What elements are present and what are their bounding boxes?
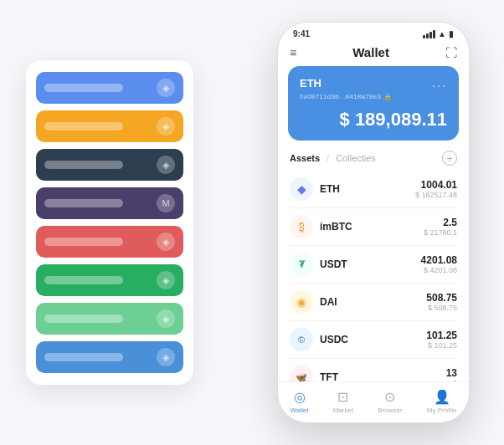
nav-browser[interactable]: ⊙ Browser xyxy=(378,389,402,414)
asset-amount: 13 xyxy=(446,367,457,379)
add-asset-button[interactable]: + xyxy=(442,151,457,166)
eth-card-name: ETH xyxy=(300,77,321,90)
market-nav-label: Market xyxy=(333,407,353,414)
profile-nav-label: My Profile xyxy=(427,407,457,414)
battery-icon: ▮ xyxy=(449,29,454,38)
eth-card-header: ETH ... xyxy=(300,76,447,90)
asset-left: © USDC xyxy=(290,328,348,351)
card-label xyxy=(44,199,123,207)
eth-card-dots[interactable]: ... xyxy=(432,76,447,90)
card-item[interactable]: ◈ xyxy=(36,72,183,104)
scene: ◈ ◈ ◈ M ◈ ◈ ◈ ◈ xyxy=(9,9,495,436)
eth-card-address: 0x08711d3b...8418a78e3 🔒 xyxy=(300,93,447,100)
assets-tabs: Assets / Collecties xyxy=(290,153,376,163)
card-icon: ◈ xyxy=(157,271,175,289)
card-icon: M xyxy=(157,194,175,212)
card-item[interactable]: M xyxy=(36,187,183,219)
asset-item-dai[interactable]: ◉ DAI 508.75 $ 508.75 xyxy=(290,284,457,321)
market-nav-icon: ⊡ xyxy=(337,389,348,405)
card-label xyxy=(44,161,123,169)
nav-wallet[interactable]: ◎ Wallet xyxy=(291,389,309,414)
asset-name: USDT xyxy=(320,258,347,270)
asset-right: 2.5 $ 21760.1 xyxy=(424,217,457,237)
card-item[interactable]: ◈ xyxy=(36,303,183,335)
card-label xyxy=(44,238,123,246)
dai-icon: ◉ xyxy=(290,290,313,314)
card-item[interactable]: ◈ xyxy=(36,341,183,373)
asset-amount: 1004.01 xyxy=(415,179,457,191)
eth-card[interactable]: ETH ... 0x08711d3b...8418a78e3 🔒 $ 189,0… xyxy=(288,66,459,141)
asset-item-eth[interactable]: ◆ ETH 1004.01 $ 162517.48 xyxy=(290,171,457,208)
tab-collectibles[interactable]: Collecties xyxy=(336,153,376,163)
asset-item-tft[interactable]: 🦋 TFT 13 0 xyxy=(290,359,457,381)
card-label xyxy=(44,122,123,130)
asset-amount: 2.5 xyxy=(424,217,457,228)
menu-icon[interactable]: ≡ xyxy=(290,46,296,59)
wallet-nav-icon: ◎ xyxy=(294,389,306,405)
eth-icon: ◆ xyxy=(290,177,313,201)
scan-icon[interactable]: ⛶ xyxy=(445,46,457,59)
asset-usd: $ 162517.48 xyxy=(415,191,457,199)
status-icons: ▲ ▮ xyxy=(423,29,454,38)
asset-name: imBTC xyxy=(320,221,352,233)
card-icon: ◈ xyxy=(157,156,175,174)
card-icon: ◈ xyxy=(157,117,175,136)
card-item[interactable]: ◈ xyxy=(36,149,183,181)
card-label xyxy=(44,353,123,361)
asset-right: 13 0 xyxy=(446,367,457,381)
asset-amount: 508.75 xyxy=(426,292,457,304)
browser-nav-label: Browser xyxy=(378,407,402,414)
card-icon: ◈ xyxy=(157,309,175,328)
asset-right: 101.25 $ 101.25 xyxy=(426,330,457,350)
card-label xyxy=(44,276,123,284)
profile-nav-icon: 👤 xyxy=(434,389,450,405)
nav-market[interactable]: ⊡ Market xyxy=(333,389,353,414)
card-label xyxy=(44,84,123,92)
asset-name: TFT xyxy=(320,371,338,381)
asset-right: 508.75 $ 508.75 xyxy=(426,292,457,312)
imbtc-icon: ₿ xyxy=(290,215,313,238)
wallet-nav-label: Wallet xyxy=(291,407,309,414)
card-icon: ◈ xyxy=(157,233,175,251)
wifi-icon: ▲ xyxy=(438,29,446,38)
signal-icon xyxy=(423,30,435,38)
tab-assets[interactable]: Assets xyxy=(290,153,320,163)
asset-left: 🦋 TFT xyxy=(290,366,338,381)
page-title: Wallet xyxy=(352,45,389,59)
status-time: 9:41 xyxy=(293,29,310,38)
asset-amount: 4201.08 xyxy=(421,254,457,266)
asset-usd: $ 508.75 xyxy=(426,304,457,312)
card-item[interactable]: ◈ xyxy=(36,226,183,258)
eth-card-balance: $ 189,089.11 xyxy=(300,109,447,130)
usdc-icon: © xyxy=(290,328,313,351)
card-item[interactable]: ◈ xyxy=(36,110,183,142)
phone: 9:41 ▲ ▮ ≡ Wallet ⛶ ETH ... xyxy=(277,22,470,423)
card-icon: ◈ xyxy=(157,79,175,97)
status-bar: 9:41 ▲ ▮ xyxy=(278,23,469,42)
card-item[interactable]: ◈ xyxy=(36,264,183,296)
usdt-icon: ₮ xyxy=(290,253,313,276)
tab-divider: / xyxy=(327,153,329,163)
nav-profile[interactable]: 👤 My Profile xyxy=(427,389,457,414)
asset-right: 1004.01 $ 162517.48 xyxy=(415,179,457,199)
asset-item-usdt[interactable]: ₮ USDT 4201.08 $ 4201.08 xyxy=(290,246,457,284)
tft-icon: 🦋 xyxy=(290,366,313,381)
asset-usd: $ 101.25 xyxy=(426,341,457,350)
asset-name: ETH xyxy=(320,183,340,195)
asset-item-usdc[interactable]: © USDC 101.25 $ 101.25 xyxy=(290,321,457,359)
asset-usd: $ 21760.1 xyxy=(424,228,457,237)
asset-left: ₿ imBTC xyxy=(290,215,352,238)
assets-header: Assets / Collecties + xyxy=(278,147,469,171)
asset-list: ◆ ETH 1004.01 $ 162517.48 ₿ imBTC 2.5 $ … xyxy=(278,171,469,381)
asset-name: DAI xyxy=(320,296,337,308)
asset-amount: 101.25 xyxy=(426,330,457,341)
asset-left: ◆ ETH xyxy=(290,177,340,201)
card-panel: ◈ ◈ ◈ M ◈ ◈ ◈ ◈ xyxy=(26,60,193,385)
bottom-nav: ◎ Wallet ⊡ Market ⊙ Browser 👤 My Profile xyxy=(278,381,469,422)
asset-item-imbtc[interactable]: ₿ imBTC 2.5 $ 21760.1 xyxy=(290,208,457,246)
card-icon: ◈ xyxy=(157,348,175,366)
asset-usd: $ 4201.08 xyxy=(421,266,457,274)
card-label xyxy=(44,315,123,323)
asset-right: 4201.08 $ 4201.08 xyxy=(421,254,457,274)
app-header: ≡ Wallet ⛶ xyxy=(278,42,469,66)
